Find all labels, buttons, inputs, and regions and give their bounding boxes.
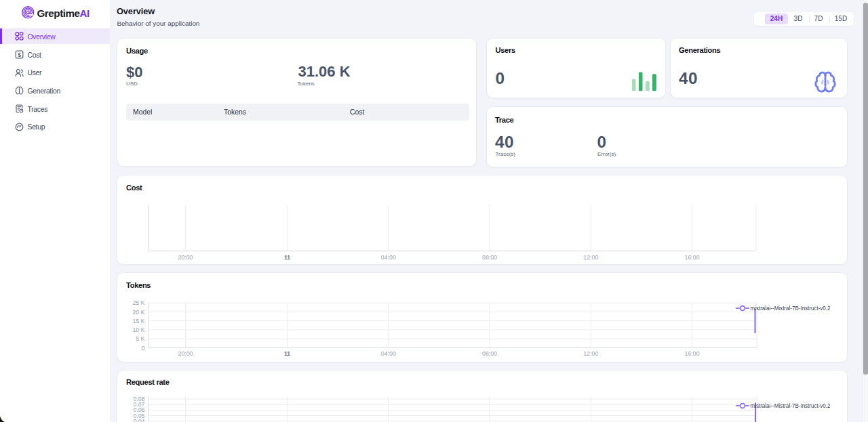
svg-text:5 K: 5 K xyxy=(136,335,144,342)
svg-text:16:00: 16:00 xyxy=(685,350,700,357)
svg-text:04:00: 04:00 xyxy=(381,254,396,261)
svg-text:08:00: 08:00 xyxy=(482,254,497,261)
svg-text:04:00: 04:00 xyxy=(381,350,396,357)
svg-text:11: 11 xyxy=(284,350,290,357)
svg-text:20:00: 20:00 xyxy=(178,254,193,261)
svg-text:10 K: 10 K xyxy=(132,326,144,333)
svg-text:11: 11 xyxy=(284,254,290,261)
svg-text:12:00: 12:00 xyxy=(583,254,598,261)
svg-text:mistralai--Mistral-7B-Instruct: mistralai--Mistral-7B-Instruct-v0.2 xyxy=(751,402,831,409)
svg-text:15 K: 15 K xyxy=(132,318,144,324)
svg-text:25 K: 25 K xyxy=(132,299,144,306)
svg-text:12:00: 12:00 xyxy=(583,350,598,357)
svg-text:20:00: 20:00 xyxy=(178,350,193,357)
svg-text:20 K: 20 K xyxy=(132,309,144,316)
svg-text:mistralai--Mistral-7B-Instruct: mistralai--Mistral-7B-Instruct-v0.2 xyxy=(751,305,831,312)
svg-text:16:00: 16:00 xyxy=(685,254,700,261)
svg-text:$: $ xyxy=(18,51,21,58)
svg-text:0: 0 xyxy=(142,345,145,352)
svg-text:0.04: 0.04 xyxy=(133,418,144,422)
svg-text:08:00: 08:00 xyxy=(482,350,497,357)
